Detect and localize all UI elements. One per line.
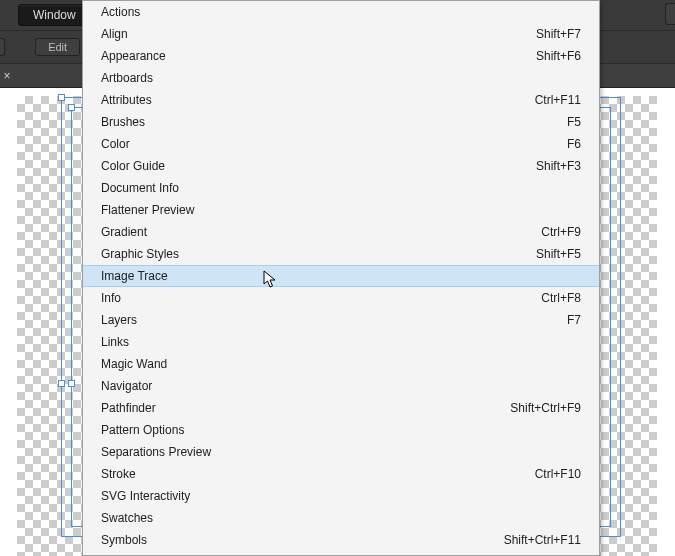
menu-item-navigator[interactable]: Navigator <box>83 375 599 397</box>
menu-item-label: Symbols <box>101 533 147 547</box>
menu-item-shortcut: Shift+F5 <box>536 247 581 261</box>
menu-item-label: Navigator <box>101 379 152 393</box>
menu-item-label: Actions <box>101 5 140 19</box>
menu-item-label: Graphic Styles <box>101 247 179 261</box>
toolbar-button-fragment[interactable] <box>665 3 675 25</box>
selection-handle[interactable] <box>68 104 75 111</box>
menu-item-color[interactable]: ColorF6 <box>83 133 599 155</box>
menu-item-label: Brushes <box>101 115 145 129</box>
menu-item-label: Separations Preview <box>101 445 211 459</box>
menu-item-brushes[interactable]: BrushesF5 <box>83 111 599 133</box>
menu-item-shortcut: F7 <box>567 313 581 327</box>
menu-item-label: Image Trace <box>101 269 168 283</box>
menu-item-label: Document Info <box>101 181 179 195</box>
menu-item-label: Color Guide <box>101 159 165 173</box>
close-icon[interactable]: × <box>0 69 14 83</box>
menu-item-swatches[interactable]: Swatches <box>83 507 599 529</box>
menu-item-shortcut: Ctrl+F8 <box>541 291 581 305</box>
menu-item-shortcut: Shift+Ctrl+F11 <box>504 533 581 547</box>
menu-item-pathfinder[interactable]: PathfinderShift+Ctrl+F9 <box>83 397 599 419</box>
toolbar-button-partial[interactable]: d <box>0 38 5 56</box>
menu-item-actions[interactable]: Actions <box>83 1 599 23</box>
window-menu-button[interactable]: Window <box>18 4 91 26</box>
menu-item-label: Appearance <box>101 49 166 63</box>
menu-item-label: Artboards <box>101 71 153 85</box>
menu-item-symbols[interactable]: SymbolsShift+Ctrl+F11 <box>83 529 599 551</box>
menu-item-label: Gradient <box>101 225 147 239</box>
menu-item-artboards[interactable]: Artboards <box>83 67 599 89</box>
menu-item-layers[interactable]: LayersF7 <box>83 309 599 331</box>
menu-item-label: Pathfinder <box>101 401 156 415</box>
menu-item-label: Swatches <box>101 511 153 525</box>
menu-item-graphic-styles[interactable]: Graphic StylesShift+F5 <box>83 243 599 265</box>
selection-handle[interactable] <box>58 94 65 101</box>
menu-item-stroke[interactable]: StrokeCtrl+F10 <box>83 463 599 485</box>
menu-item-gradient[interactable]: GradientCtrl+F9 <box>83 221 599 243</box>
menu-item-shortcut: Shift+F6 <box>536 49 581 63</box>
menu-item-attributes[interactable]: AttributesCtrl+F11 <box>83 89 599 111</box>
menu-item-document-info[interactable]: Document Info <box>83 177 599 199</box>
menu-item-info[interactable]: InfoCtrl+F8 <box>83 287 599 309</box>
menu-item-pattern-options[interactable]: Pattern Options <box>83 419 599 441</box>
window-dropdown-menu: ActionsAlignShift+F7AppearanceShift+F6Ar… <box>82 0 600 556</box>
menu-item-label: Info <box>101 291 121 305</box>
menu-item-label: SVG Interactivity <box>101 489 190 503</box>
menu-item-magic-wand[interactable]: Magic Wand <box>83 353 599 375</box>
menu-item-label: Color <box>101 137 130 151</box>
menu-item-shortcut: F6 <box>567 137 581 151</box>
menu-item-separations-preview[interactable]: Separations Preview <box>83 441 599 463</box>
menu-item-shortcut: Shift+F7 <box>536 27 581 41</box>
menu-item-shortcut: Ctrl+F9 <box>541 225 581 239</box>
menu-item-shortcut: Shift+F3 <box>536 159 581 173</box>
menu-item-label: Align <box>101 27 128 41</box>
menu-item-label: Pattern Options <box>101 423 184 437</box>
selection-handle[interactable] <box>68 380 75 387</box>
menu-item-label: Layers <box>101 313 137 327</box>
menu-item-align[interactable]: AlignShift+F7 <box>83 23 599 45</box>
menu-item-shortcut: Ctrl+F11 <box>535 93 581 107</box>
menu-item-links[interactable]: Links <box>83 331 599 353</box>
menu-item-flattener-preview[interactable]: Flattener Preview <box>83 199 599 221</box>
edit-button[interactable]: Edit <box>35 38 80 56</box>
menu-item-svg-interactivity[interactable]: SVG Interactivity <box>83 485 599 507</box>
menu-item-image-trace[interactable]: Image Trace <box>83 265 599 287</box>
menu-item-shortcut: Shift+Ctrl+F9 <box>510 401 581 415</box>
menu-item-transform[interactable]: TransformShift+F8 <box>83 551 599 556</box>
menu-item-appearance[interactable]: AppearanceShift+F6 <box>83 45 599 67</box>
menu-item-shortcut: F5 <box>567 115 581 129</box>
menu-item-label: Links <box>101 335 129 349</box>
menu-item-label: Flattener Preview <box>101 203 194 217</box>
menu-item-color-guide[interactable]: Color GuideShift+F3 <box>83 155 599 177</box>
menu-item-label: Stroke <box>101 467 136 481</box>
menu-item-shortcut: Ctrl+F10 <box>535 467 581 481</box>
menu-item-label: Attributes <box>101 93 152 107</box>
selection-handle[interactable] <box>58 380 65 387</box>
menu-item-label: Magic Wand <box>101 357 167 371</box>
